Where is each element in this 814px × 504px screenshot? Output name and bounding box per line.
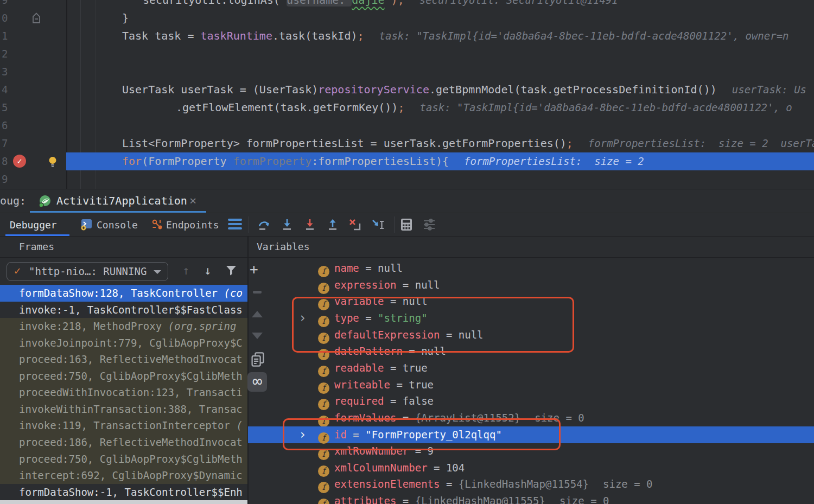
filter-frames-icon[interactable] xyxy=(225,265,238,279)
variable-row[interactable]: fextensionElements = {LinkedHashMap@1155… xyxy=(248,476,814,493)
variable-row[interactable]: ›ftype = "string" xyxy=(248,310,814,327)
code-text[interactable]: .getFlowElement(task.getFormKey());task:… xyxy=(176,99,792,117)
equals-sign: = xyxy=(390,379,409,391)
collection-size-hint: size = 0 xyxy=(535,412,584,424)
code-line[interactable]: 9 xyxy=(0,170,814,188)
variable-row[interactable]: fxmlColumnNumber = 104 xyxy=(248,460,814,476)
variable-value: true xyxy=(403,362,428,374)
close-icon[interactable]: × xyxy=(189,194,196,207)
code-line[interactable]: 7List<FormProperty> formPropertiesList =… xyxy=(0,135,814,152)
line-number: 2 xyxy=(2,45,8,63)
variable-name: id xyxy=(334,429,347,441)
stack-frame-row[interactable]: invokeJoinpoint:779, CglibAopProxy$C xyxy=(0,335,247,352)
step-over-button[interactable] xyxy=(257,218,271,232)
line-number: 5 xyxy=(2,99,8,117)
stack-frame-row[interactable]: invoke:119, TransactionInterceptor ( xyxy=(0,417,247,434)
stack-frame-row[interactable]: proceedWithInvocation:123, Transacti xyxy=(0,384,247,401)
code-text[interactable]: List<FormProperty> formPropertiesList = … xyxy=(122,135,814,152)
step-into-button[interactable] xyxy=(280,218,294,232)
tab-console[interactable]: Console xyxy=(97,213,138,237)
stack-frame-row[interactable]: proceed:750, CglibAopProxy$CglibMeth xyxy=(0,451,247,468)
variable-row[interactable]: fformValues = {ArrayList@11552}size = 0 xyxy=(248,410,814,426)
code-editor[interactable]: 9securityUtil.logInAs( username: dajie )… xyxy=(0,0,814,189)
variable-row[interactable]: fexpression = null xyxy=(248,277,814,294)
code-text[interactable]: UserTask userTask = (UserTask)repository… xyxy=(122,81,806,99)
stack-frame-row[interactable]: formDataShow:-1, TaskController$$Enh xyxy=(0,484,247,501)
variable-row[interactable]: fattributes = {LinkedHashMap@11555}size … xyxy=(248,493,814,504)
line-number: 3 xyxy=(2,63,8,81)
field-icon: f xyxy=(318,316,329,327)
variable-name: variable xyxy=(334,295,384,307)
code-line[interactable]: 9securityUtil.logInAs( username: dajie )… xyxy=(0,0,814,9)
settings-sliders-icon[interactable] xyxy=(422,218,436,232)
bookmark-icon[interactable] xyxy=(30,11,42,27)
next-frame-button[interactable]: ↓ xyxy=(204,264,211,277)
variable-row[interactable]: fxmlRowNumber = 9 xyxy=(248,443,814,460)
chevron-right-icon[interactable]: › xyxy=(300,310,306,327)
variable-row[interactable]: ›fid = "FormProperty_0l2qlqq" xyxy=(248,426,814,443)
tab-debugger[interactable]: Debugger xyxy=(10,213,57,237)
code-text[interactable]: securityUtil.logInAs( username: dajie );… xyxy=(143,0,618,9)
step-out-button[interactable] xyxy=(326,218,340,232)
thread-selector-dropdown[interactable]: ✓ "http-nio…: RUNNING xyxy=(7,262,168,281)
code-segment: .getFlowElement(task.getFormKey()) xyxy=(176,101,398,114)
code-line[interactable]: 0} xyxy=(0,9,814,27)
variable-row[interactable]: fwriteable = true xyxy=(248,377,814,393)
variable-row[interactable]: frequired = false xyxy=(248,393,814,410)
stack-frame-row[interactable]: invoke:-1, TaskController$$FastClass xyxy=(0,302,247,318)
code-line[interactable]: 2 xyxy=(0,45,814,63)
variable-value: 104 xyxy=(446,462,465,474)
reset-frame-button[interactable] xyxy=(348,218,362,232)
evaluate-expression-button[interactable] xyxy=(399,218,414,232)
equals-sign: = xyxy=(347,429,365,441)
line-number: 6 xyxy=(2,117,8,135)
console-icon xyxy=(80,218,93,233)
code-text[interactable]: for(FormProperty formProperty:formProper… xyxy=(122,152,644,170)
variable-row[interactable]: freadable = true xyxy=(248,360,814,377)
breakpoint-icon[interactable]: ✓ xyxy=(13,155,26,168)
frame-location: invoke:218, MethodProxy xyxy=(19,320,168,332)
chevron-right-icon[interactable]: › xyxy=(300,426,306,443)
run-to-cursor-button[interactable] xyxy=(371,218,385,232)
frame-package: (org.spring xyxy=(168,320,237,332)
force-step-into-button[interactable] xyxy=(303,218,317,232)
stack-frame-row[interactable]: invokeWithinTransaction:388, Transac xyxy=(0,401,247,418)
toolbar-separator xyxy=(394,216,395,233)
debugger-toolbar: Debugger Console Endpoints xyxy=(0,213,814,237)
variable-name: defaultExpression xyxy=(334,329,440,341)
code-text[interactable]: } xyxy=(122,9,129,27)
stack-frame-row[interactable]: formDataShow:128, TaskController (co xyxy=(0,285,247,302)
previous-frame-button[interactable]: ↑ xyxy=(182,264,189,277)
variable-row[interactable]: fdatePattern = null xyxy=(248,343,814,360)
code-line[interactable]: 6 xyxy=(0,117,814,135)
stack-frame-row[interactable]: proceed:186, ReflectiveMethodInvocat xyxy=(0,434,247,451)
code-text[interactable]: Task task = taskRuntime.task(taskId);tas… xyxy=(122,27,789,45)
debug-session-tab[interactable]: Activiti7Application × xyxy=(30,189,206,213)
variable-name: xmlColumnNumber xyxy=(334,462,428,474)
code-line[interactable]: 4UserTask userTask = (UserTask)repositor… xyxy=(0,81,814,99)
code-line[interactable]: 3 xyxy=(0,63,814,81)
intention-bulb-icon[interactable] xyxy=(47,155,59,170)
code-line[interactable]: 5.getFlowElement(task.getFormKey());task… xyxy=(0,99,814,117)
field-icon: f xyxy=(318,399,329,410)
layout-menu-icon[interactable] xyxy=(228,219,242,232)
stack-frame-row[interactable]: invoke:218, MethodProxy (org.spring xyxy=(0,318,247,335)
variable-name: extensionElements xyxy=(334,478,440,490)
variable-row[interactable]: fname = null xyxy=(248,260,814,277)
stack-frame-row[interactable]: proceed:750, CglibAopProxy$CglibMeth xyxy=(0,368,247,385)
variable-value: true xyxy=(409,379,434,391)
horizontal-scrollbar[interactable] xyxy=(0,500,247,504)
tab-endpoints[interactable]: Endpoints xyxy=(166,213,219,237)
code-segment: ; xyxy=(567,137,573,150)
code-line[interactable]: 8✓for(FormProperty formProperty:formProp… xyxy=(0,152,814,170)
code-segment: formProperty xyxy=(233,155,312,168)
variable-row[interactable]: fdefaultExpression = null xyxy=(248,327,814,343)
stack-frame-row[interactable]: proceed:163, ReflectiveMethodInvocat xyxy=(0,351,247,368)
frame-location: invokeJoinpoint:779, CglibAopProxy$C xyxy=(19,337,243,349)
stack-frame-row[interactable]: intercept:692, CglibAopProxy$Dynamic xyxy=(0,467,247,484)
variable-row[interactable]: fvariable = null xyxy=(248,293,814,310)
frame-location: invoke:-1, TaskController$$FastClass xyxy=(19,304,243,316)
code-line[interactable]: 1Task task = taskRuntime.task(taskId);ta… xyxy=(0,27,814,45)
code-segment: .task(taskId) xyxy=(272,29,358,42)
ide-window: 9securityUtil.logInAs( username: dajie )… xyxy=(0,0,814,504)
